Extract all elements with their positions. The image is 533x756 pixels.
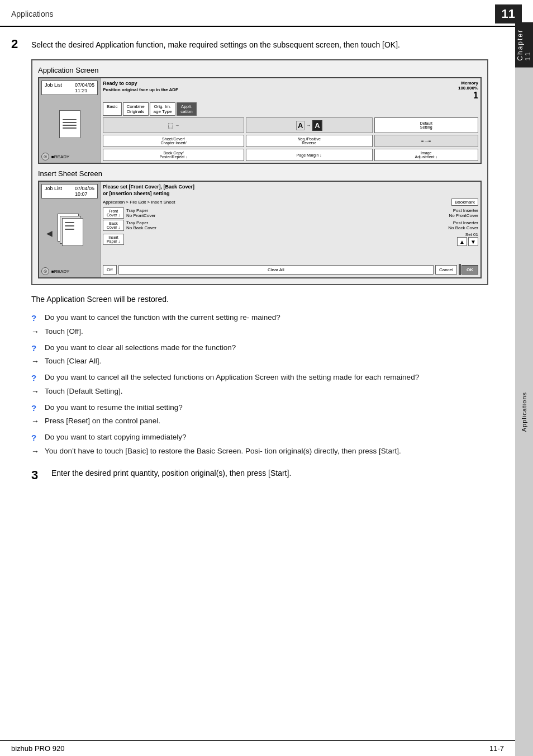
- tab-combine[interactable]: CombineOriginals: [123, 102, 149, 116]
- ok-area: OK: [459, 264, 478, 275]
- off-btn[interactable]: Off: [103, 265, 117, 275]
- tab-orig[interactable]: Orig. Im-age Type: [150, 102, 176, 116]
- footer-right: 11-7: [489, 744, 504, 753]
- qa-q5-text: Do you want to start copying immediately…: [45, 432, 187, 445]
- ok-border: [459, 264, 461, 275]
- arrow-icon-1: →: [31, 326, 40, 338]
- front-cover-info: Tray Paper No FrontCover: [126, 208, 301, 218]
- app-device-screen: Job List 07/04/0511:21: [38, 77, 482, 164]
- app-status-sub: Position original face up in the ADF: [103, 87, 178, 92]
- btn-default-setting[interactable]: DefaultSetting: [374, 117, 478, 133]
- arrow-icon-4: →: [31, 415, 40, 427]
- insert-date-time: 07/04/0510:07: [75, 186, 94, 197]
- chapter-tab: Chapter 11: [515, 22, 533, 68]
- arrow-up-btn[interactable]: ▲: [457, 237, 467, 246]
- sidebar-top-spacer: [515, 0, 533, 22]
- qa-question-5: ? Do you want to start copying immediate…: [31, 432, 485, 445]
- qa-question-2: ? Do you want to clear all selections ma…: [31, 342, 485, 355]
- back-cover-row: BackCover ↓ Tray Paper No Back Cover Pos…: [103, 220, 478, 231]
- qa-answer-2: → Touch [Clear All].: [31, 356, 485, 367]
- insert-preview: ◀: [53, 199, 87, 267]
- qa-block-4: ? Do you want to resume the initial sett…: [31, 402, 485, 428]
- back-post-info: Post Inserter No Back Cover: [303, 220, 478, 230]
- app-content-area: ⬚ → Sheet/Cover/Chapter Insert/ Book Cop…: [103, 117, 478, 164]
- btn-neg-positive[interactable]: Neg./PositiveReverse: [246, 135, 372, 147]
- btn-sheet-cover[interactable]: Sheet/Cover/Chapter Insert/: [103, 135, 244, 147]
- icon-diagonal: ⬚: [168, 122, 173, 129]
- app-right-panel: Ready to copy Position original face up …: [101, 78, 480, 163]
- insert-device-screen: Job List 07/04/0510:07 ◀: [38, 181, 482, 278]
- app-ready-bar: ◎ ■READY: [41, 153, 98, 160]
- applications-tab-label: Applications: [521, 392, 527, 432]
- insert-doc-lines: [63, 219, 77, 233]
- btn-erase[interactable]: Erase ↓: [246, 163, 372, 164]
- q-icon-5: ?: [31, 432, 40, 445]
- set-counter-area: Set 01 ▲ ▼: [457, 232, 478, 246]
- set-arrows: ▲ ▼: [457, 237, 478, 246]
- step-2-number: 2: [11, 37, 23, 51]
- insert-rows: FrontCover ↓ Tray Paper No FrontCover Po…: [103, 207, 478, 262]
- app-right-buttons: DefaultSetting ≡→≡ ImageAdjustment ↓ ≪ »…: [374, 117, 478, 164]
- front-cover-btn[interactable]: FrontCover ↓: [103, 207, 124, 219]
- insert-breadcrumb: Application > File Edit > Insert Sheet: [103, 200, 175, 205]
- step-2-text: Select the desired Application function,…: [31, 37, 400, 51]
- tab-basic[interactable]: Basic: [103, 102, 122, 116]
- app-icon-area-4: ≪ »: [374, 163, 478, 164]
- insert-status: Please set [Front Cover], [Back Cover] o…: [103, 184, 478, 197]
- app-icon-area-3: ≡→≡: [374, 135, 478, 147]
- header-title: Applications: [11, 10, 54, 18]
- cancel-btn[interactable]: Cancel: [435, 265, 457, 275]
- arrow-left-icon: ◀: [46, 229, 53, 238]
- doc-front: [62, 218, 83, 246]
- clear-all-btn[interactable]: Clear All: [118, 265, 434, 275]
- app-status-msg: Ready to copy Position original face up …: [103, 81, 178, 101]
- doc-line-3: [63, 125, 77, 126]
- app-memory: Memory 100.000% 1: [458, 81, 478, 101]
- app-left-buttons: ⬚ → Sheet/Cover/Chapter Insert/ Book Cop…: [103, 117, 244, 164]
- qa-a4-text: Press [Reset] on the control panel.: [45, 415, 160, 427]
- body-section: The Application Screen will be restored.…: [31, 293, 485, 485]
- doc-line-1: [63, 119, 77, 120]
- insert-ready-bar: ◎ ■READY: [41, 267, 98, 275]
- insert-paper-row: InsertPaper ↓ Set 01 ▲ ▼: [103, 232, 478, 246]
- qa-a1-text: Touch [Off].: [45, 326, 83, 338]
- insert-line-3: [65, 229, 74, 230]
- icon-A-large: A: [296, 121, 304, 130]
- btn-image-adj[interactable]: ImageAdjustment ↓: [374, 149, 478, 161]
- qa-q1-text: Do you want to cancel the function with …: [45, 312, 280, 325]
- right-sidebar-tab: Chapter 11 Applications: [515, 0, 533, 756]
- insert-paper-btn[interactable]: InsertPaper ↓: [103, 234, 124, 245]
- qa-answer-1: → Touch [Off].: [31, 326, 485, 338]
- app-screen-label: Application Screen: [38, 66, 482, 74]
- app-tab-row: Basic CombineOriginals Orig. Im-age Type…: [103, 102, 478, 116]
- doc-line-4: [63, 127, 77, 129]
- btn-book-copy[interactable]: Book Copy/Poster/Repeat ↓: [103, 149, 244, 161]
- app-date-time: 07/04/0511:21: [75, 82, 94, 93]
- tab-application[interactable]: Appli-cation: [177, 102, 196, 116]
- qa-answer-3: → Touch [Default Setting].: [31, 386, 485, 398]
- app-doc-icon: [59, 110, 80, 138]
- icon-arrow-2: →: [306, 123, 311, 128]
- insert-job-list-label: Job List: [45, 186, 62, 197]
- arrow-icon-5: →: [31, 446, 40, 457]
- q-icon-3: ?: [31, 372, 40, 385]
- page-header: Applications 11: [0, 0, 533, 27]
- spacer-1: [38, 164, 482, 169]
- app-ready-icon: ◎: [41, 153, 49, 160]
- bookmark-btn[interactable]: Bookmark: [451, 199, 478, 206]
- app-icon-area-1: ⬚ →: [103, 117, 244, 133]
- app-counter: 1: [458, 91, 478, 101]
- qa-answer-4: → Press [Reset] on the control panel.: [31, 415, 485, 427]
- step-3-text: Enter the desired print quantity, positi…: [51, 465, 291, 485]
- app-status-bar: Ready to copy Position original face up …: [103, 81, 478, 101]
- ok-btn[interactable]: OK: [461, 265, 478, 275]
- btn-page-margin[interactable]: Page Margin ↓: [246, 149, 372, 161]
- icon-A-small: A: [312, 120, 322, 131]
- q-icon-1: ?: [31, 312, 40, 325]
- back-cover-btn[interactable]: BackCover ↓: [103, 220, 124, 231]
- arrow-down-btn[interactable]: ▼: [468, 237, 478, 246]
- insert-line-1: [65, 222, 74, 223]
- btn-booklet[interactable]: BookletPagination ↓: [103, 163, 244, 164]
- app-ready-label: ■READY: [51, 154, 69, 159]
- insert-bottom-bar: Off Clear All Cancel OK: [103, 264, 478, 275]
